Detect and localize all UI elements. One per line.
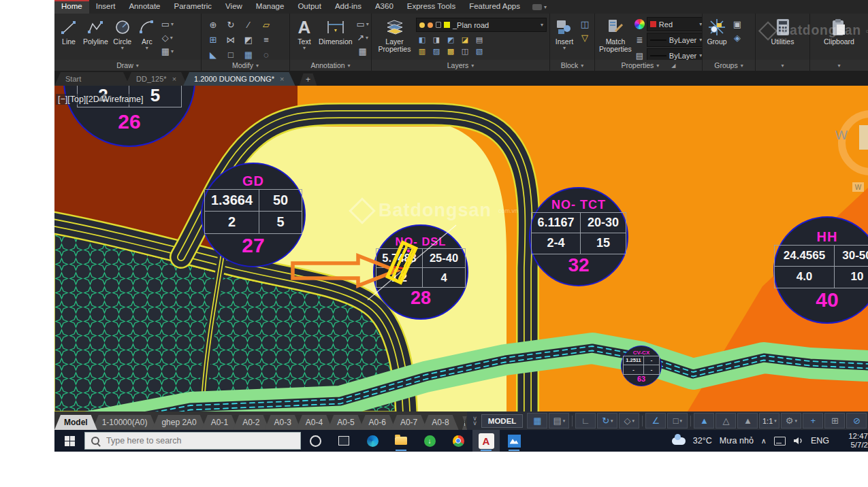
edge-taskbar-button[interactable] [358,430,387,452]
file-tab-duong-dong[interactable]: 1.2000 DUONG DONG*× [183,72,295,86]
leader-icon[interactable]: ▭▾ [355,18,370,30]
zone-circle-32[interactable]: NO- TCT 6.1167 20-30 2-4 15 32 [529,187,628,286]
lineweight-dropdown[interactable]: ByLayer ▾ [647,33,702,47]
panel-label-clipboard[interactable]: ▾ [810,60,868,71]
linetype-dropdown[interactable]: ByLayer ▾ [647,48,702,60]
viewcube[interactable]: W W [827,110,868,199]
panel-label-utilities[interactable]: ▾ [756,60,809,71]
layout-tab-a0-4[interactable]: A0-4 [296,415,332,430]
layer-tool-icon[interactable]: ◪ [459,35,471,45]
annotation-scale-dropdown[interactable]: 1:1▾ [759,413,779,429]
close-icon[interactable]: × [172,75,176,83]
clipboard-button[interactable]: Clipboard [822,16,856,60]
object-snap-tracking-toggle[interactable]: ∠ [645,413,666,429]
dimension-button[interactable]: Dimension [317,16,354,60]
language-indicator[interactable]: ENG [811,436,829,446]
temperature[interactable]: 32°C [693,436,712,446]
viewcube-face[interactable] [859,125,868,150]
new-drawing-tab-button[interactable]: + [300,73,317,86]
scale-icon[interactable]: □ [223,49,238,61]
annotation-visibility-toggle[interactable]: ▲ [694,413,714,429]
panel-label-draw[interactable]: Draw▾ [54,60,201,71]
circle-button[interactable]: Circle ▾ [111,16,134,60]
polyline-button[interactable]: Polyline [82,16,110,60]
annotation-scale-icon[interactable]: ▲ [737,413,758,429]
layout-tab-1-10000[interactable]: 1-10000(A0) [93,415,157,430]
ribbon-tab-manage[interactable]: Manage [249,0,291,14]
panel-label-annotation[interactable]: Annotation▾ [290,60,371,71]
start-button[interactable] [54,430,84,452]
ribbon-tab-addins[interactable]: Add-ins [328,0,368,14]
arc-button[interactable]: Arc ▾ [135,16,159,60]
panel-label-groups[interactable]: Groups▾ [703,60,755,71]
isolate-objects-button[interactable]: ⊘ [846,413,867,429]
layer-tool-icon[interactable]: ◩ [445,35,457,45]
layer-tool-icon[interactable]: ◨ [430,35,443,45]
layer-properties-button[interactable]: Layer Properties [374,16,415,60]
layout-tab-a0-5[interactable]: A0-5 [327,415,364,430]
layout-tab-a0-8[interactable]: A0-8 [422,415,458,430]
ribbon-tab-view[interactable]: View [219,0,249,14]
stretch-icon[interactable]: ◣ [206,49,221,61]
match-properties-button[interactable]: Match Properties [598,16,633,60]
array-icon[interactable]: ▦ [241,49,256,61]
new-layout-button[interactable]: + [462,416,468,430]
file-tab-start[interactable]: Start [54,72,129,86]
layout-tab-model[interactable]: Model [54,415,97,430]
viewport-controls[interactable]: [−][Top][2D Wireframe] [56,94,145,105]
trim-icon[interactable]: ∕ [241,19,256,31]
grid-display-toggle[interactable]: ▦ [527,413,547,429]
touch-keyboard-icon[interactable] [774,437,786,446]
layer-tool-icon[interactable]: ▥ [416,46,428,56]
group-edit-icon[interactable]: ◈ [730,32,745,44]
file-tab-dd125[interactable]: DD_125*× [125,72,187,86]
cortana-button[interactable] [301,430,329,452]
layout-tab-a0-7[interactable]: A0-7 [391,415,427,430]
panel-label-properties[interactable]: Properties▾◢ [595,60,702,71]
erase-brush-icon[interactable]: ▱ [259,19,274,31]
lasso-icon[interactable]: ◌ [259,49,274,61]
ribbon-tab-featured-apps[interactable]: Featured Apps [462,0,527,14]
ribbon-extra-menu[interactable]: ▾ [532,0,547,14]
layer-tool-icon[interactable]: ▩ [445,46,457,56]
speaker-icon[interactable] [793,437,803,445]
layer-tool-icon[interactable]: ▨ [430,46,443,56]
drawing-canvas[interactable]: [−][Top][2D Wireframe] 2 5 26 GD 1.3664 … [54,86,868,412]
layer-tool-icon[interactable]: ▧ [473,46,485,56]
weather-text[interactable]: Mưa nhỏ [720,436,754,446]
ribbon-tab-express-tools[interactable]: Express Tools [400,0,462,14]
layout-tab-ghep-2a0[interactable]: ghep 2A0 [152,415,206,430]
panel-label-block[interactable]: Block▾ [550,60,594,71]
task-view-button[interactable] [329,430,358,452]
ungroup-icon[interactable]: ▣ [730,18,745,30]
close-icon[interactable]: × [280,75,284,83]
snap-mode-toggle[interactable]: ▤▾ [549,413,569,429]
multileader-icon[interactable]: ↗▾ [355,32,370,44]
group-button[interactable]: Group [705,16,728,60]
autocad-taskbar-button[interactable]: A [472,430,500,452]
status-collapse-chevron[interactable]: ∨∨ [472,416,477,426]
ribbon-tab-a360[interactable]: A360 [368,0,400,14]
ribbon-tab-home[interactable]: Home [54,0,89,14]
viewcube-west-label[interactable]: W [835,128,848,143]
zone-circle-63[interactable]: CV-CX 1.2511 - - - 63 [621,346,662,386]
block-attrib-icon[interactable]: ▽ [577,32,592,44]
polar-tracking-toggle[interactable]: ↻▾ [597,413,617,429]
photos-taskbar-button[interactable] [500,430,528,452]
hidden-icons-chevron[interactable]: ∧ [761,437,767,446]
layer-tool-icon[interactable]: ◫ [459,46,471,56]
object-color-dropdown[interactable]: Red ▾ [647,17,702,31]
model-space-button[interactable]: MODEL [481,414,524,428]
taskbar-search[interactable] [84,432,301,450]
ellipse-tool-icon[interactable]: ◇▾ [160,32,175,44]
ribbon-tab-insert[interactable]: Insert [89,0,123,14]
workspace-switching-dropdown[interactable]: ⚙▾ [781,413,801,429]
panel-launcher-icon[interactable]: ◢ [671,63,675,69]
rotate-icon[interactable]: ↻ [223,19,238,31]
panel-label-layers[interactable]: Layers▾ [372,60,549,71]
create-block-icon[interactable]: ◫ [577,18,592,30]
panel-label-modify[interactable]: Modify▾ [202,60,289,71]
customization-button[interactable]: + [803,413,823,429]
zone-circle-27[interactable]: GD 1.3664 50 2 5 27 [201,163,306,267]
layout-tab-a0-6[interactable]: A0-6 [359,415,396,430]
